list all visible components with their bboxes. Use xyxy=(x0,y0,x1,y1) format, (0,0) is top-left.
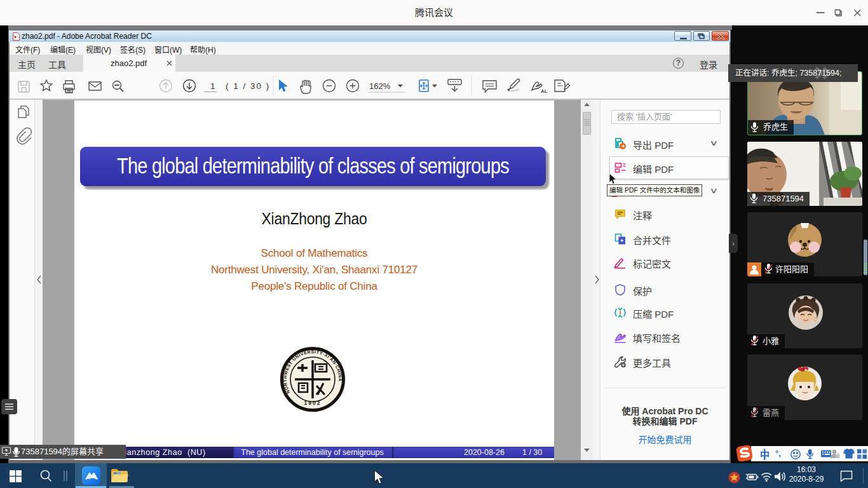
svg-text:1902: 1902 xyxy=(304,400,322,406)
svg-text:( 1 / 30 ): ( 1 / 30 ) xyxy=(226,81,270,91)
svg-text:1: 1 xyxy=(210,81,215,91)
svg-text:AL: AL xyxy=(541,88,548,94)
svg-text:162%: 162% xyxy=(369,81,391,91)
svg-text:°,: °, xyxy=(775,449,781,458)
